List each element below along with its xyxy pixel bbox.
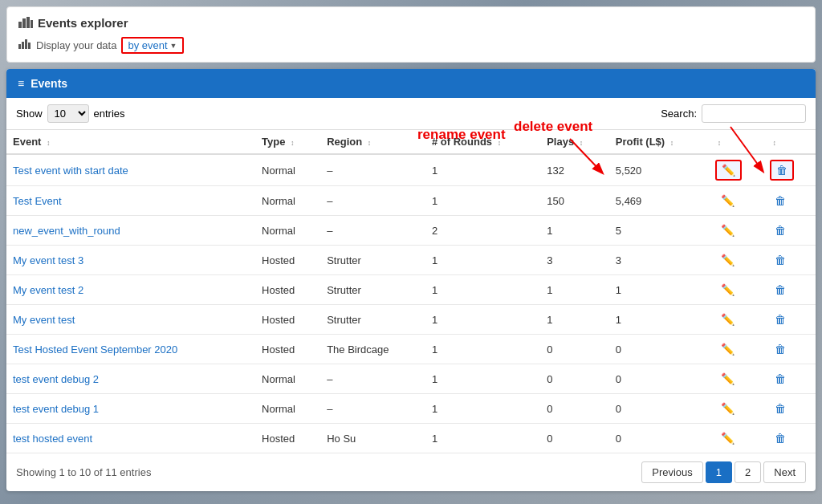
cell-region: – [320, 216, 425, 246]
col-event[interactable]: Event ↕ [6, 130, 255, 155]
cell-profit: 0 [609, 424, 709, 453]
cell-region: Strutter [320, 275, 425, 305]
cell-region: Ho Su [320, 424, 425, 453]
cell-rounds: 1 [425, 394, 540, 424]
cell-edit: ✏️ [709, 216, 764, 246]
cell-region: – [320, 154, 425, 186]
delete-button[interactable]: 🗑 [770, 400, 791, 417]
event-link[interactable]: test event debug 2 [13, 373, 99, 385]
cell-region: – [320, 186, 425, 216]
cell-edit: ✏️ [709, 186, 764, 216]
event-link[interactable]: My event test [13, 314, 75, 326]
cell-event: My event test 3 [6, 246, 255, 275]
page-2-button[interactable]: 2 [735, 461, 761, 483]
cell-plays: 1 [540, 216, 609, 246]
cell-event: test hosted event [6, 424, 255, 453]
event-link[interactable]: test hosted event [13, 433, 92, 445]
delete-button[interactable]: 🗑 [770, 429, 791, 447]
event-link[interactable]: test event debug 1 [13, 403, 99, 415]
col-profit[interactable]: Profit (L$) ↕ [609, 130, 709, 155]
table-controls: Show 10 25 50 100 entries Search: [6, 98, 816, 129]
delete-button[interactable]: 🗑 [770, 160, 794, 181]
cell-delete: 🗑 [763, 186, 816, 216]
show-entries: Show 10 25 50 100 entries [16, 104, 125, 123]
cell-delete: 🗑 [763, 335, 816, 364]
event-link[interactable]: Test Event [13, 195, 62, 207]
cell-plays: 0 [540, 335, 609, 364]
cell-event: My event test [6, 305, 255, 335]
chart-bar-icon [18, 15, 33, 30]
next-button[interactable]: Next [763, 461, 806, 483]
col-type[interactable]: Type ↕ [255, 130, 320, 155]
col-edit[interactable]: ↕ [709, 130, 764, 155]
event-link[interactable]: My event test 2 [13, 284, 83, 296]
col-region[interactable]: Region ↕ [320, 130, 425, 155]
cell-rounds: 1 [425, 305, 540, 335]
svg-rect-6 [25, 39, 27, 49]
previous-button[interactable]: Previous [641, 461, 703, 483]
cell-plays: 3 [540, 246, 609, 275]
pagination: Previous 1 2 Next [641, 461, 806, 483]
filter-icon: ≡ [18, 77, 24, 90]
cell-plays: 150 [540, 186, 609, 216]
entries-select[interactable]: 10 25 50 100 [47, 104, 89, 123]
delete-button[interactable]: 🗑 [770, 340, 791, 358]
cell-type: Normal [255, 154, 320, 186]
cell-type: Normal [255, 364, 320, 394]
cell-event: Test Event [6, 186, 255, 216]
event-link[interactable]: My event test 3 [13, 254, 83, 266]
cell-edit: ✏️ [709, 424, 764, 453]
cell-plays: 132 [540, 154, 609, 186]
cell-profit: 1 [609, 305, 709, 335]
edit-button[interactable]: ✏️ [715, 399, 740, 418]
delete-button[interactable]: 🗑 [770, 311, 791, 328]
cell-edit: ✏️ [709, 275, 764, 305]
svg-rect-4 [18, 44, 21, 49]
cell-rounds: 1 [425, 364, 540, 394]
cell-rounds: 1 [425, 335, 540, 364]
event-link[interactable]: Test Hosted Event September 2020 [13, 343, 177, 356]
col-plays[interactable]: Plays ↕ [540, 130, 609, 155]
events-section: ≡ Events Show 10 25 50 100 entries Searc… [6, 69, 816, 491]
cell-rounds: 1 [425, 424, 540, 453]
delete-button[interactable]: 🗑 [770, 251, 791, 269]
cell-profit: 0 [609, 394, 709, 424]
cell-profit: 5,469 [609, 186, 709, 216]
delete-button[interactable]: 🗑 [770, 370, 791, 388]
search-area: Search: [661, 104, 806, 123]
edit-button[interactable]: ✏️ [715, 429, 740, 448]
edit-button[interactable]: ✏️ [715, 160, 742, 181]
cell-delete: 🗑 [763, 246, 816, 275]
edit-button[interactable]: ✏️ [715, 310, 740, 329]
by-event-button[interactable]: by event ▼ [121, 37, 183, 54]
showing-text: Showing 1 to 10 of 11 entries [16, 466, 151, 478]
edit-button[interactable]: ✏️ [715, 250, 740, 270]
search-input[interactable] [702, 104, 806, 123]
edit-button[interactable]: ✏️ [715, 221, 740, 240]
svg-rect-2 [26, 17, 30, 28]
edit-button[interactable]: ✏️ [715, 280, 740, 299]
table-row: test hosted event Hosted Ho Su 1 0 0 ✏️ … [6, 424, 816, 453]
cell-region: – [320, 364, 425, 394]
edit-button[interactable]: ✏️ [715, 369, 740, 388]
table-header-row: Event ↕ Type ↕ Region ↕ # of Rounds ↕ Pl… [6, 130, 816, 155]
cell-rounds: 1 [425, 186, 540, 216]
cell-plays: 0 [540, 424, 609, 453]
edit-button[interactable]: ✏️ [715, 339, 740, 359]
delete-button[interactable]: 🗑 [770, 281, 791, 299]
col-delete[interactable]: ↕ [763, 130, 816, 155]
col-rounds[interactable]: # of Rounds ↕ [425, 130, 540, 155]
event-link[interactable]: Test event with start date [13, 165, 128, 177]
by-event-label: by event [128, 39, 167, 51]
event-link[interactable]: new_event_with_round [13, 225, 120, 237]
delete-button[interactable]: 🗑 [770, 222, 791, 239]
events-title: Events [31, 77, 67, 90]
cell-rounds: 2 [425, 216, 540, 246]
svg-rect-0 [18, 22, 22, 28]
edit-button[interactable]: ✏️ [715, 191, 740, 210]
cell-delete: 🗑 [763, 364, 816, 394]
page-1-button[interactable]: 1 [706, 461, 732, 483]
cell-profit: 0 [609, 335, 709, 364]
delete-button[interactable]: 🗑 [770, 192, 791, 209]
cell-plays: 1 [540, 275, 609, 305]
